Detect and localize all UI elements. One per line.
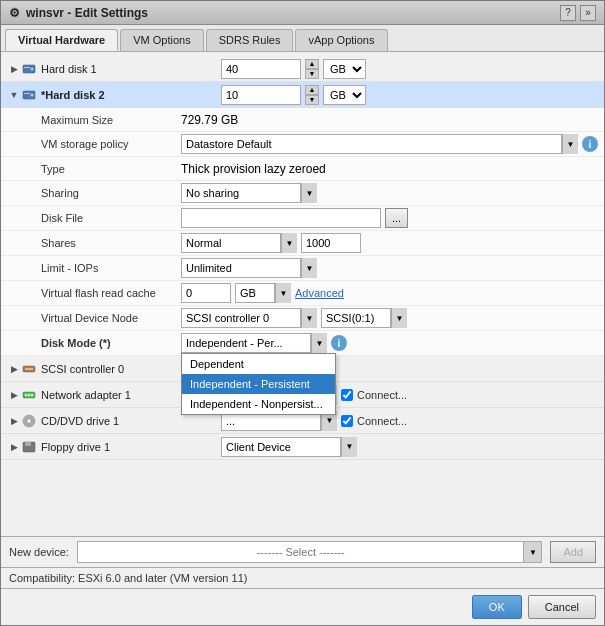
network-connect-checkbox[interactable] [341,389,353,401]
max-size-label: Maximum Size [41,114,181,126]
disk-mode-option-independent-persistent[interactable]: Independent - Persistent [182,374,335,394]
vm-storage-info[interactable]: i [582,136,598,152]
hard-disk-2-details: Maximum Size 729.79 GB VM storage policy… [1,108,604,356]
disk-mode-arrow[interactable]: ▼ [311,333,327,353]
svg-rect-15 [25,442,31,446]
tab-sdrs-rules[interactable]: SDRS Rules [206,29,294,51]
expand-cd[interactable]: ▶ [7,414,21,428]
node-arrow[interactable]: ▼ [391,308,407,328]
network-connect-label: Connect... [357,389,407,401]
limit-iops-row: Limit - IOPs Unlimited ▼ [1,256,604,281]
main-window: ⚙ winsvr - Edit Settings ? » Virtual Har… [0,0,605,626]
disk-file-label: Disk File [41,212,181,224]
virtual-flash-unit[interactable]: GB [235,283,275,303]
type-control: Thick provision lazy zeroed [181,162,598,176]
sharing-row: Sharing No sharing ▼ [1,181,604,206]
disk-mode-option-dependent[interactable]: Dependent [182,354,335,374]
virtual-device-node-control: SCSI controller 0 ▼ SCSI(0:1) ▼ [181,308,598,328]
disk-mode-dropdown[interactable]: Independent - Per... [181,333,311,353]
virtual-flash-row: Virtual flash read cache GB ▼ Advanced [1,281,604,306]
vm-storage-arrow[interactable]: ▼ [562,134,578,154]
expand-hard-disk-1[interactable]: ▶ [7,62,21,76]
disk-mode-info[interactable]: i [331,335,347,351]
cancel-button[interactable]: Cancel [528,595,596,619]
expand-floppy[interactable]: ▶ [7,440,21,454]
controller-dropdown[interactable]: SCSI controller 0 [181,308,301,328]
type-row: Type Thick provision lazy zeroed [1,157,604,181]
network-icon [21,387,37,403]
shares-label: Shares [41,237,181,249]
disk-file-browse[interactable]: ... [385,208,408,228]
svg-point-11 [31,393,34,396]
tab-virtual-hardware[interactable]: Virtual Hardware [5,29,118,51]
help-button[interactable]: ? [560,5,576,21]
node-dropdown[interactable]: SCSI(0:1) [321,308,391,328]
hard-disk-2-unit[interactable]: GB MB [323,85,366,105]
add-button[interactable]: Add [550,541,596,563]
svg-point-1 [31,67,34,70]
hard-disk-1-down[interactable]: ▼ [305,69,319,79]
svg-point-10 [28,393,31,396]
title-bar: ⚙ winsvr - Edit Settings ? » [1,1,604,25]
expand-scsi[interactable]: ▶ [7,362,21,376]
limit-iops-arrow[interactable]: ▼ [301,258,317,278]
device-select-arrow[interactable]: ▼ [524,541,542,563]
shares-arrow[interactable]: ▼ [281,233,297,253]
vm-storage-policy-row: VM storage policy Datastore Default ▼ i [1,132,604,157]
sharing-dropdown[interactable]: No sharing [181,183,301,203]
floppy-value-dropdown[interactable]: Client Device [221,437,341,457]
hard-disk-1-size[interactable] [221,59,301,79]
cd-connect-label: Connect... [357,415,407,427]
title-bar-controls: ? » [560,5,596,21]
expand-network[interactable]: ▶ [7,388,21,402]
tab-vapp-options[interactable]: vApp Options [295,29,387,51]
ok-button[interactable]: OK [472,595,522,619]
disk-file-input[interactable] [181,208,381,228]
device-select-input[interactable] [77,541,525,563]
svg-rect-2 [24,67,30,68]
vm-storage-control: Datastore Default ▼ i [181,134,598,154]
tab-vm-options[interactable]: VM Options [120,29,203,51]
virtual-flash-unit-arrow[interactable]: ▼ [275,283,291,303]
hard-disk-1-icon [21,61,37,77]
shares-value[interactable] [301,233,361,253]
limit-iops-dropdown[interactable]: Unlimited [181,258,301,278]
disk-mode-option-independent-nonpersistent[interactable]: Independent - Nonpersist... [182,394,335,414]
hard-disk-1-label: Hard disk 1 [41,63,221,75]
cd-label: CD/DVD drive 1 [41,415,221,427]
title-bar-left: ⚙ winsvr - Edit Settings [9,6,148,20]
virtual-device-node-label: Virtual Device Node [41,312,181,324]
hard-disk-2-icon [21,87,37,103]
hard-disk-2-up[interactable]: ▲ [305,85,319,95]
hard-disk-1-up[interactable]: ▲ [305,59,319,69]
hard-disk-1-unit[interactable]: GB MB [323,59,366,79]
svg-point-9 [25,393,28,396]
vm-storage-label: VM storage policy [41,138,181,150]
sharing-control: No sharing ▼ [181,183,598,203]
shares-dropdown[interactable]: Normal [181,233,281,253]
svg-rect-7 [25,368,33,370]
hard-disk-1-spinner: ▲ ▼ [305,59,319,79]
virtual-flash-input[interactable] [181,283,231,303]
main-content: ▶ Hard disk 1 ▲ ▼ GB MB [1,52,604,625]
expand-button[interactable]: » [580,5,596,21]
svg-point-4 [31,93,34,96]
expand-hard-disk-2[interactable]: ▼ [7,88,21,102]
cd-connect-checkbox[interactable] [341,415,353,427]
disk-mode-row: Disk Mode (*) Independent - Per... ▼ De [1,331,604,356]
footer-bar: OK Cancel [1,588,604,625]
hard-disk-2-down[interactable]: ▼ [305,95,319,105]
type-value: Thick provision lazy zeroed [181,162,326,176]
floppy-arrow[interactable]: ▼ [341,437,357,457]
controller-arrow[interactable]: ▼ [301,308,317,328]
status-bar: Compatibility: ESXi 6.0 and later (VM ve… [1,567,604,588]
svg-rect-5 [24,93,30,94]
hard-disk-2-size[interactable] [221,85,301,105]
sharing-arrow[interactable]: ▼ [301,183,317,203]
vm-storage-dropdown[interactable]: Datastore Default [181,134,562,154]
network-connect: Connect... [341,389,407,401]
virtual-flash-advanced[interactable]: Advanced [295,287,344,299]
disk-file-row: Disk File ... [1,206,604,231]
hard-disk-1-control: ▲ ▼ GB MB [221,59,598,79]
hard-disk-2-spinner: ▲ ▼ [305,85,319,105]
